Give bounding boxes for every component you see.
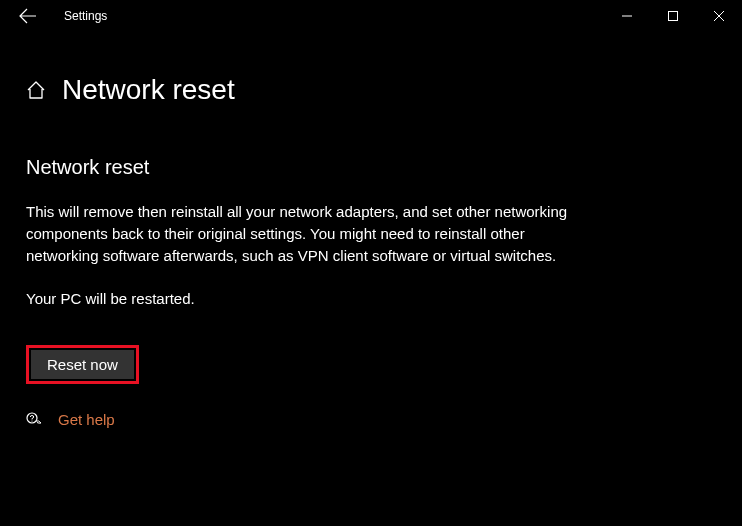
section-heading: Network reset [26,156,594,179]
reset-button-highlight: Reset now [26,345,139,384]
window-controls [604,0,742,32]
titlebar: Settings [0,0,742,32]
help-icon [26,410,44,428]
help-link-text: Get help [58,411,115,428]
maximize-icon [668,11,678,21]
reset-now-button[interactable]: Reset now [31,350,134,379]
content-area: Network reset This will remove then rein… [0,106,620,428]
svg-point-2 [31,421,32,422]
home-icon-svg [26,80,46,100]
get-help-link[interactable]: Get help [26,410,594,428]
page-header: Network reset [0,32,742,106]
restart-note: Your PC will be restarted. [26,290,594,307]
back-button[interactable] [16,4,40,28]
titlebar-left: Settings [10,4,107,28]
close-button[interactable] [696,0,742,32]
minimize-icon [622,11,632,21]
home-icon[interactable] [26,80,46,100]
app-title: Settings [64,9,107,23]
arrow-left-icon [19,7,37,25]
maximize-button[interactable] [650,0,696,32]
close-icon [714,11,724,21]
description-text: This will remove then reinstall all your… [26,201,594,266]
svg-rect-0 [669,12,678,21]
page-title: Network reset [62,74,235,106]
minimize-button[interactable] [604,0,650,32]
